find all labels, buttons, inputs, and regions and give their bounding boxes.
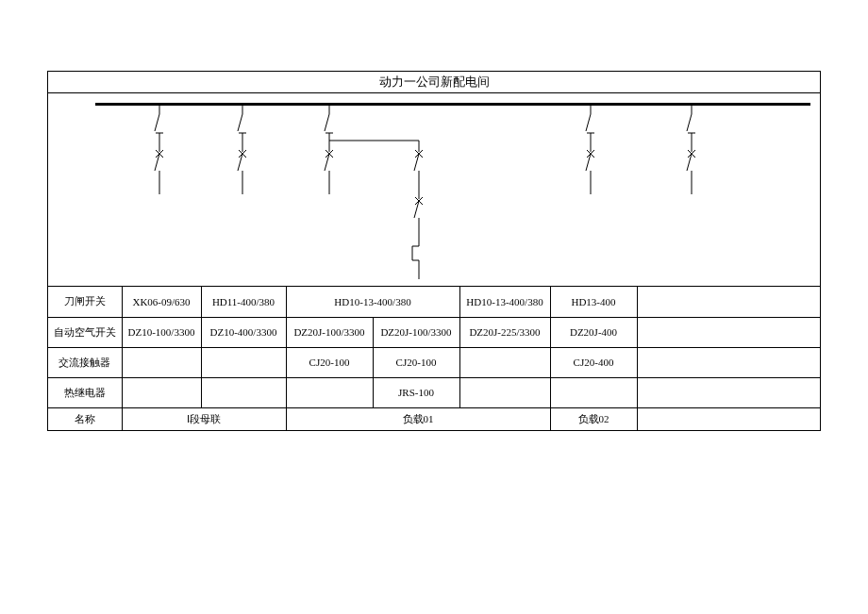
cell-cont-6: CJ20-400: [550, 347, 637, 377]
cell-knife-1: XK06-09/630: [122, 287, 201, 317]
cell-cont-7: [637, 347, 820, 377]
cell-knife-7: [637, 287, 820, 317]
svg-line-40: [586, 114, 591, 131]
row-knife-switch: 刀闸开关 XK06-09/630 HD11-400/380 HD10-13-40…: [48, 287, 820, 317]
cell-air-5: DZ20J-225/3300: [459, 317, 550, 347]
cell-air-3: DZ20J-100/3300: [286, 317, 373, 347]
feeder-5: [581, 105, 600, 199]
feeder-3-4: [320, 105, 452, 289]
cell-cont-4: CJ20-100: [373, 347, 459, 377]
cell-name-2: 负载01: [286, 407, 550, 430]
cell-th-7: [637, 377, 820, 407]
feeder-6: [682, 105, 701, 199]
row-name: 名称 Ⅰ段母联 负载01 负载02: [48, 407, 820, 430]
cell-th-3: [286, 377, 373, 407]
cell-name-1: Ⅰ段母联: [122, 407, 286, 430]
schematic-area: [48, 93, 820, 287]
feeder-1: [150, 105, 169, 199]
svg-line-9: [238, 114, 242, 131]
cell-cont-1: [122, 347, 201, 377]
cell-th-2: [201, 377, 286, 407]
cell-name-4: [637, 407, 820, 430]
busbar: [95, 103, 810, 106]
cell-knife-3-4: HD10-13-400/380: [286, 287, 459, 317]
svg-line-17: [325, 114, 329, 131]
cell-knife-6: HD13-400: [550, 287, 637, 317]
svg-line-48: [687, 114, 692, 131]
label-name: 名称: [48, 407, 122, 430]
label-thermal: 热继电器: [48, 377, 122, 407]
feeder-2: [233, 105, 252, 199]
cell-th-6: [550, 377, 637, 407]
row-contactor: 交流接触器 CJ20-100 CJ20-100 CJ20-400: [48, 347, 820, 377]
cell-knife-5: HD10-13-400/380: [459, 287, 550, 317]
cell-cont-3: CJ20-100: [286, 347, 373, 377]
cell-air-2: DZ10-400/3300: [201, 317, 286, 347]
label-knife: 刀闸开关: [48, 287, 122, 317]
cell-air-1: DZ10-100/3300: [122, 317, 201, 347]
cell-air-4: DZ20J-100/3300: [373, 317, 459, 347]
cell-th-4: JRS-100: [373, 377, 459, 407]
diagram-title: 动力一公司新配电间: [48, 72, 820, 93]
row-thermal: 热继电器 JRS-100: [48, 377, 820, 407]
cell-th-5: [459, 377, 550, 407]
label-contactor: 交流接触器: [48, 347, 122, 377]
cell-th-1: [122, 377, 201, 407]
cell-air-6: DZ20J-400: [550, 317, 637, 347]
cell-air-7: [637, 317, 820, 347]
cell-cont-2: [201, 347, 286, 377]
diagram-frame: 动力一公司新配电间: [47, 71, 821, 431]
label-air: 自动空气开关: [48, 317, 122, 347]
cell-cont-5: [459, 347, 550, 377]
spec-table: 刀闸开关 XK06-09/630 HD11-400/380 HD10-13-40…: [48, 287, 820, 430]
cell-knife-2: HD11-400/380: [201, 287, 286, 317]
cell-name-3: 负载02: [550, 407, 637, 430]
svg-line-1: [155, 114, 159, 131]
row-air-switch: 自动空气开关 DZ10-100/3300 DZ10-400/3300 DZ20J…: [48, 317, 820, 347]
